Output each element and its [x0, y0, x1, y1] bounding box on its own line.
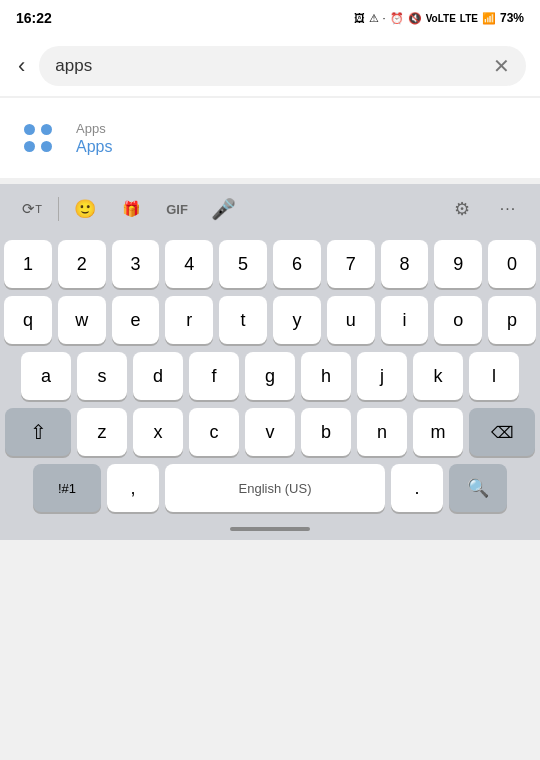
signal-icon: 📶 [482, 12, 496, 25]
clear-button[interactable]: ✕ [493, 54, 510, 78]
status-time: 16:22 [16, 10, 52, 26]
key-q[interactable]: q [4, 296, 52, 344]
zxcv-row: ⇧ z x c v b n m ⌫ [4, 408, 536, 456]
key-f[interactable]: f [189, 352, 239, 400]
key-y[interactable]: y [273, 296, 321, 344]
battery-level: 73% [500, 11, 524, 25]
emoji-icon[interactable]: 🙂 [63, 190, 107, 228]
key-1[interactable]: 1 [4, 240, 52, 288]
alarm-icon: ⏰ [390, 12, 404, 25]
bottom-row: !#1 , English (US) . 🔍 [4, 464, 536, 512]
key-c[interactable]: c [189, 408, 239, 456]
sticker-icon[interactable]: 🎁 [109, 190, 153, 228]
shift-key[interactable]: ⇧ [5, 408, 71, 456]
key-w[interactable]: w [58, 296, 106, 344]
key-2[interactable]: 2 [58, 240, 106, 288]
result-text: Apps Apps [76, 121, 112, 156]
keyboard-toolbar: ⟳T 🙂 🎁 GIF 🎤 ⚙ ··· [0, 184, 540, 234]
key-5[interactable]: 5 [219, 240, 267, 288]
dot-3 [24, 141, 35, 152]
key-7[interactable]: 7 [327, 240, 375, 288]
key-h[interactable]: h [301, 352, 351, 400]
space-key[interactable]: English (US) [165, 464, 385, 512]
result-category: Apps [76, 121, 112, 136]
asdf-row: a s d f g h j k l [4, 352, 536, 400]
more-icon[interactable]: ··· [486, 190, 530, 228]
key-x[interactable]: x [133, 408, 183, 456]
search-key[interactable]: 🔍 [449, 464, 507, 512]
dot-2 [41, 124, 52, 135]
status-bar: 16:22 🖼 ⚠ · ⏰ 🔇 VoLTE LTE 📶 73% [0, 0, 540, 36]
key-m[interactable]: m [413, 408, 463, 456]
key-v[interactable]: v [245, 408, 295, 456]
mic-icon[interactable]: 🎤 [201, 190, 245, 228]
comma-key[interactable]: , [107, 464, 159, 512]
key-4[interactable]: 4 [165, 240, 213, 288]
key-e[interactable]: e [112, 296, 160, 344]
key-l[interactable]: l [469, 352, 519, 400]
result-name: Apps [76, 138, 112, 156]
qwerty-row: q w e r t y u i o p [4, 296, 536, 344]
backspace-key[interactable]: ⌫ [469, 408, 535, 456]
key-z[interactable]: z [77, 408, 127, 456]
volte-label: VoLTE [426, 13, 456, 24]
key-u[interactable]: u [327, 296, 375, 344]
warning-icon: ⚠ [369, 12, 379, 25]
numbers-row: 1 2 3 4 5 6 7 8 9 0 [4, 240, 536, 288]
lte-label: LTE [460, 13, 478, 24]
key-3[interactable]: 3 [112, 240, 160, 288]
result-item-apps[interactable]: Apps Apps [16, 108, 524, 168]
key-n[interactable]: n [357, 408, 407, 456]
back-button[interactable]: ‹ [14, 49, 29, 83]
bottom-bar [0, 518, 540, 540]
status-icons: 🖼 ⚠ · ⏰ 🔇 VoLTE LTE 📶 73% [354, 11, 524, 25]
key-a[interactable]: a [21, 352, 71, 400]
key-r[interactable]: r [165, 296, 213, 344]
symbol-key[interactable]: !#1 [33, 464, 101, 512]
key-k[interactable]: k [413, 352, 463, 400]
key-j[interactable]: j [357, 352, 407, 400]
key-8[interactable]: 8 [381, 240, 429, 288]
key-o[interactable]: o [434, 296, 482, 344]
apps-icon [16, 116, 60, 160]
key-t[interactable]: t [219, 296, 267, 344]
gif-icon[interactable]: GIF [155, 190, 199, 228]
dot-1 [24, 124, 35, 135]
keyboard: 1 2 3 4 5 6 7 8 9 0 q w e r t y u i o p … [0, 234, 540, 518]
camera-icon: 🖼 [354, 12, 365, 24]
key-p[interactable]: p [488, 296, 536, 344]
key-g[interactable]: g [245, 352, 295, 400]
search-input[interactable]: apps [55, 56, 485, 76]
key-b[interactable]: b [301, 408, 351, 456]
search-results-panel: Apps Apps [0, 98, 540, 178]
mute-icon: 🔇 [408, 12, 422, 25]
key-9[interactable]: 9 [434, 240, 482, 288]
search-bar: ‹ apps ✕ [0, 36, 540, 96]
key-6[interactable]: 6 [273, 240, 321, 288]
key-0[interactable]: 0 [488, 240, 536, 288]
home-indicator [230, 527, 310, 531]
search-input-wrapper[interactable]: apps ✕ [39, 46, 526, 86]
key-d[interactable]: d [133, 352, 183, 400]
key-s[interactable]: s [77, 352, 127, 400]
toolbar-divider [58, 197, 59, 221]
key-i[interactable]: i [381, 296, 429, 344]
translate-icon[interactable]: ⟳T [10, 190, 54, 228]
dot-icon: · [383, 12, 386, 24]
settings-icon[interactable]: ⚙ [440, 190, 484, 228]
dot-4 [41, 141, 52, 152]
period-key[interactable]: . [391, 464, 443, 512]
